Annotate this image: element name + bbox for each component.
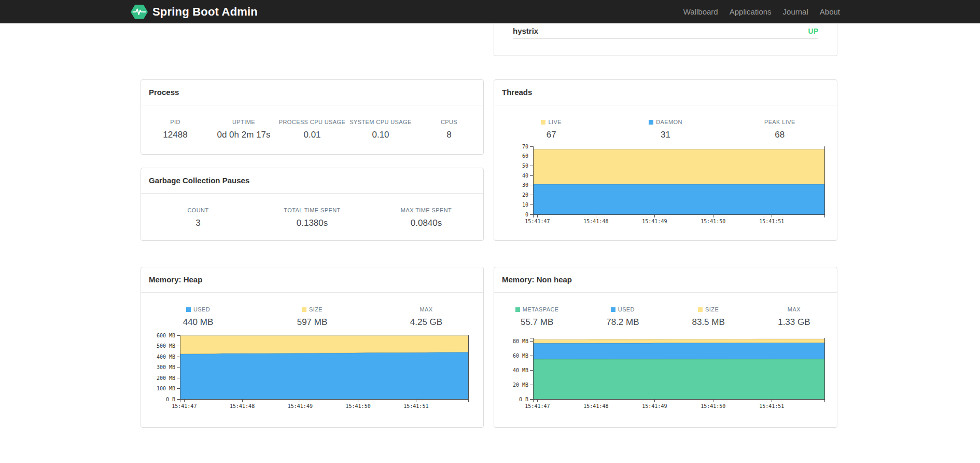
threads-panel-title: Threads: [494, 80, 837, 105]
stat-label: COUNT: [141, 207, 255, 213]
stat-label: METASPACE: [494, 306, 580, 312]
svg-text:15:41:51: 15:41:51: [759, 219, 784, 224]
memory-heap-chart: 0 B100 MB200 MB300 MB400 MB500 MB600 MB1…: [141, 330, 484, 418]
svg-text:60 MB: 60 MB: [513, 353, 528, 359]
stat-label: MAX TIME SPENT: [369, 207, 483, 213]
nav-item-journal[interactable]: Journal: [777, 7, 814, 16]
svg-text:15:41:51: 15:41:51: [403, 403, 428, 409]
stat-label: LIVE: [494, 119, 608, 125]
svg-text:15:41:47: 15:41:47: [525, 403, 550, 409]
stat-value: 83.5 MB: [666, 317, 751, 328]
stat-value: 67: [494, 130, 608, 140]
stat-size: SIZE83.5 MB: [666, 306, 751, 328]
status-badge: UP: [808, 27, 818, 35]
stat-value: 0d 0h 2m 17s: [209, 130, 278, 140]
process-stats: PID12488UPTIME0d 0h 2m 17sPROCESS CPU US…: [141, 119, 483, 140]
svg-text:15:41:48: 15:41:48: [230, 403, 255, 409]
stat-label: SYSTEM CPU USAGE: [346, 119, 415, 125]
stat-label: USED: [141, 306, 255, 312]
process-panel: Process PID12488UPTIME0d 0h 2m 17sPROCES…: [141, 79, 484, 155]
stat-live: LIVE67: [494, 119, 608, 140]
nav-item-wallboard[interactable]: Wallboard: [678, 7, 724, 16]
memory-nonheap-panel-title: Memory: Non heap: [494, 267, 837, 293]
stat-cpus: CPUS8: [415, 119, 483, 140]
stat-daemon: DAEMON31: [608, 119, 722, 140]
nonheap-stats: METASPACE55.7 MBUSED78.2 MBSIZE83.5 MBMA…: [494, 306, 837, 328]
stat-value: 1.33 GB: [751, 317, 837, 328]
svg-text:40 MB: 40 MB: [513, 367, 528, 373]
stat-value: 440 MB: [141, 317, 255, 328]
svg-text:0 B: 0 B: [519, 397, 528, 402]
stat-label: TOTAL TIME SPENT: [255, 207, 369, 213]
nav-item-about[interactable]: About: [814, 7, 846, 16]
svg-text:20: 20: [522, 192, 528, 198]
threads-chart: 01020304050607015:41:4715:41:4815:41:491…: [494, 141, 838, 232]
svg-text:15:41:47: 15:41:47: [525, 219, 550, 224]
stat-used: USED440 MB: [141, 306, 255, 328]
stat-label: UPTIME: [209, 119, 278, 125]
stat-total-time-spent: TOTAL TIME SPENT0.1380s: [255, 207, 369, 228]
stat-label: MAX: [751, 306, 837, 312]
legend-swatch-icon: [186, 307, 191, 312]
stat-value: 4.25 GB: [369, 317, 483, 328]
svg-text:15:41:50: 15:41:50: [701, 403, 725, 409]
stat-size: SIZE597 MB: [255, 306, 369, 328]
stat-max: MAX4.25 GB: [369, 306, 483, 328]
svg-text:15:41:51: 15:41:51: [759, 403, 784, 409]
stat-max-time-spent: MAX TIME SPENT0.0840s: [369, 207, 483, 228]
stat-value: 55.7 MB: [494, 317, 580, 328]
svg-text:500 MB: 500 MB: [157, 343, 175, 349]
svg-text:80 MB: 80 MB: [513, 338, 528, 344]
stat-used: USED78.2 MB: [580, 306, 665, 328]
legend-swatch-icon: [611, 307, 615, 312]
stat-value: 68: [723, 130, 837, 140]
stat-label: MAX: [369, 306, 483, 312]
stat-value: 0.10: [346, 130, 415, 140]
gc-pauses-panel-title: Garbage Collection Pauses: [141, 168, 483, 194]
application-name: hystrix: [513, 26, 538, 35]
nav-item-applications[interactable]: Applications: [724, 7, 777, 16]
stat-value: 78.2 MB: [580, 317, 665, 328]
memory-nonheap-chart: 0 B20 MB40 MB60 MB80 MB15:41:4715:41:481…: [494, 333, 838, 418]
svg-text:70: 70: [522, 144, 528, 149]
application-status-card: hystrix UP: [494, 23, 837, 56]
used-area: [180, 352, 468, 399]
svg-text:60: 60: [522, 153, 528, 159]
legend-swatch-icon: [698, 307, 703, 312]
svg-text:400 MB: 400 MB: [157, 354, 175, 360]
stat-value: 597 MB: [255, 317, 369, 328]
svg-text:200 MB: 200 MB: [157, 375, 175, 381]
stat-value: 0.1380s: [255, 218, 369, 228]
stat-peak-live: PEAK LIVE68: [723, 119, 837, 140]
memory-nonheap-panel: Memory: Non heap METASPACE55.7 MBUSED78.…: [494, 267, 837, 428]
stat-label: SIZE: [255, 306, 369, 312]
gc-pauses-panel: Garbage Collection Pauses COUNT3TOTAL TI…: [141, 168, 484, 241]
heap-stats: USED440 MBSIZE597 MBMAX4.25 GB: [141, 306, 483, 328]
stat-count: COUNT3: [141, 207, 255, 228]
svg-text:10: 10: [522, 202, 528, 208]
svg-text:15:41:50: 15:41:50: [346, 403, 371, 409]
svg-text:20 MB: 20 MB: [513, 382, 528, 388]
daemon-area: [533, 184, 824, 214]
brand-title: Spring Boot Admin: [152, 5, 258, 19]
svg-text:30: 30: [522, 182, 528, 188]
svg-text:40: 40: [522, 173, 528, 179]
stat-value: 12488: [141, 130, 209, 140]
svg-text:600 MB: 600 MB: [157, 333, 175, 338]
navbar: Spring Boot Admin WallboardApplicationsJ…: [0, 0, 980, 23]
memory-heap-panel: Memory: Heap USED440 MBSIZE597 MBMAX4.25…: [141, 267, 484, 428]
gc-stats: COUNT3TOTAL TIME SPENT0.1380sMAX TIME SP…: [141, 207, 483, 228]
stat-value: 8: [415, 130, 483, 140]
svg-text:300 MB: 300 MB: [157, 364, 175, 370]
stat-value: 0.01: [278, 130, 346, 140]
svg-text:15:41:48: 15:41:48: [583, 403, 608, 409]
stat-metaspace: METASPACE55.7 MB: [494, 306, 580, 328]
stat-process-cpu-usage: PROCESS CPU USAGE0.01: [278, 119, 346, 140]
legend-swatch-icon: [302, 307, 306, 312]
stat-label: PROCESS CPU USAGE: [278, 119, 346, 125]
brand[interactable]: Spring Boot Admin: [131, 0, 258, 23]
legend-swatch-icon: [515, 307, 520, 312]
svg-text:15:41:49: 15:41:49: [288, 403, 313, 409]
stat-label: DAEMON: [608, 119, 722, 125]
stat-label: SIZE: [666, 306, 751, 312]
